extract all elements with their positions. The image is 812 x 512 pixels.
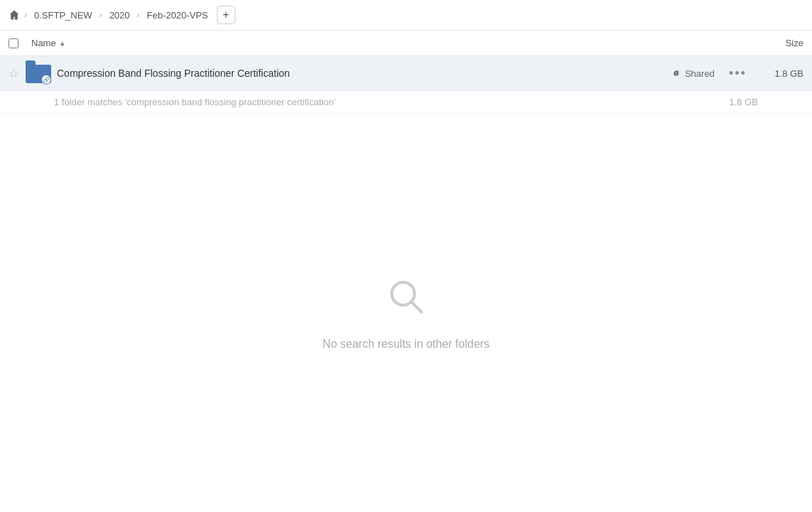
sort-arrow-icon: ▲	[59, 39, 66, 47]
column-size-header[interactable]: Size	[747, 38, 803, 48]
more-options-button[interactable]: •••	[726, 66, 749, 81]
match-info-size: 1.8 GB	[730, 97, 758, 107]
svg-line-1	[411, 302, 422, 312]
main-container: › 0.SFTP_NEW › 2020 › Feb-2020-VPS + Nam…	[0, 0, 812, 512]
breadcrumb-sep-1: ›	[24, 10, 27, 20]
header-checkbox-cell[interactable]	[9, 38, 31, 48]
empty-state-search-icon	[385, 275, 427, 326]
link-icon	[671, 68, 681, 78]
breadcrumb-item-sftp[interactable]: 0.SFTP_NEW	[31, 9, 95, 22]
file-size: 1.8 GB	[761, 68, 803, 79]
link-badge-icon: 🔗	[43, 77, 50, 83]
home-breadcrumb[interactable]	[9, 9, 20, 21]
breadcrumb-item-2020[interactable]: 2020	[107, 9, 133, 22]
file-row[interactable]: ☆ 🔗 Compression Band Flossing Practition…	[0, 56, 812, 91]
breadcrumb-sep-2: ›	[100, 10, 102, 20]
column-name-header[interactable]: Name ▲	[31, 38, 747, 48]
breadcrumb-item-feb[interactable]: Feb-2020-VPS	[144, 9, 211, 22]
column-header: Name ▲ Size	[0, 31, 812, 56]
empty-state-text: No search results in other folders	[323, 338, 490, 351]
breadcrumb-sep-3: ›	[137, 10, 140, 20]
home-icon	[9, 9, 20, 21]
shared-label: Shared	[685, 68, 715, 79]
match-info-bar: 1 folder matches 'compression band floss…	[0, 91, 812, 114]
file-name[interactable]: Compression Band Flossing Practitioner C…	[57, 68, 671, 79]
folder-icon-container: 🔗	[26, 60, 51, 86]
add-breadcrumb-button[interactable]: +	[217, 6, 235, 24]
select-all-checkbox[interactable]	[9, 38, 18, 48]
name-column-label: Name	[31, 38, 56, 48]
breadcrumb-bar: › 0.SFTP_NEW › 2020 › Feb-2020-VPS +	[0, 0, 812, 31]
shared-indicator[interactable]: Shared	[671, 68, 715, 79]
match-info-text: 1 folder matches 'compression band floss…	[54, 97, 336, 107]
star-icon: ☆	[9, 67, 18, 80]
empty-state: No search results in other folders	[0, 114, 812, 512]
search-empty-icon	[385, 275, 427, 318]
star-button[interactable]: ☆	[9, 67, 26, 80]
